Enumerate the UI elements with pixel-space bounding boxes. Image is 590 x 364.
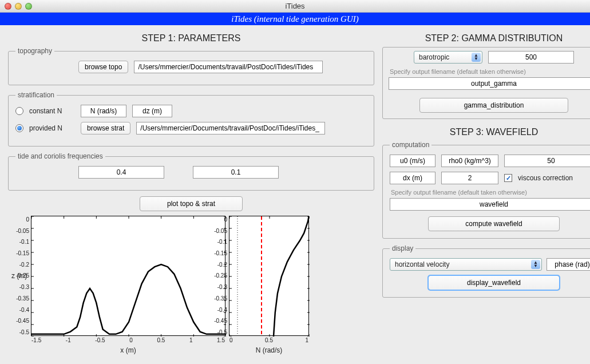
app-banner: iTides (internal tide generation GUI) (0, 13, 590, 25)
topography-group: topography browse topo (8, 47, 374, 85)
browse-strat-button[interactable]: browse strat (81, 122, 130, 134)
coriolis-freq-input[interactable] (193, 166, 279, 179)
dz-input[interactable] (132, 105, 172, 117)
provided-n-radio[interactable] (15, 124, 23, 132)
updown-icon: ▲▼ (472, 53, 481, 62)
freq-legend: tide and coriolis frequencies (15, 152, 105, 160)
gamma-value-input[interactable] (488, 51, 574, 64)
viscous-label: viscous correction (518, 174, 573, 182)
phase-input[interactable] (547, 258, 590, 271)
wavefield-outfile-input[interactable] (390, 198, 590, 211)
constant-n-label: constant N (29, 107, 75, 115)
topo-chart: 0-0.05-0.1-0.15-0.2-0.25-0.3-0.35-0.4-0.… (31, 216, 225, 336)
gamma-outfile-input[interactable] (389, 77, 590, 90)
display-legend: display (390, 244, 415, 252)
window-title: iTides (0, 2, 590, 10)
computation-group: computation ✓ viscous correction Specify… (382, 141, 590, 239)
topo-path-input[interactable] (134, 61, 323, 73)
gamma-hint: Specify output filename (default taken o… (390, 68, 590, 75)
plot-button[interactable]: plot topo & strat (140, 196, 243, 211)
step2-title: STEP 2: GAMMA DISTRIBUTION (382, 33, 590, 43)
gamma-mode-label: barotropic (419, 53, 449, 61)
quantity-label: horizontal velocity (395, 260, 449, 268)
n-input[interactable] (81, 105, 126, 117)
chart2-xticks: 00.51 (229, 337, 308, 343)
chart2-yticks: 0-0.05-0.1-0.15-0.2-0.25-0.3-0.35-0.4-0.… (210, 216, 227, 335)
chart1-xticks: -1.5-1-0.500.511.5 (31, 337, 225, 343)
chart1-yticks: 0-0.05-0.1-0.15-0.2-0.25-0.3-0.35-0.4-0.… (12, 216, 29, 335)
chart2-xlabel: N (rad/s) (229, 346, 309, 354)
topography-legend: topography (15, 47, 54, 55)
display-wavefield-button[interactable]: display_wavefield (428, 275, 560, 290)
tide-freq-input[interactable] (78, 166, 164, 179)
dx-value-input[interactable] (441, 172, 498, 184)
gamma-compute-button[interactable]: gamma_distribution (419, 98, 568, 113)
quantity-select[interactable]: horizontal velocity ▲▼ (390, 258, 542, 271)
titlebar: iTides (0, 0, 590, 13)
browse-topo-button[interactable]: browse topo (78, 61, 128, 73)
stratification-legend: stratification (15, 91, 57, 99)
computation-legend: computation (390, 141, 431, 149)
compute-wavefield-button[interactable]: compute wavefield (428, 216, 560, 231)
chart1-xlabel: x (m) (31, 346, 225, 354)
stratification-group: stratification constant N provided N bro… (8, 91, 374, 147)
provided-n-label: provided N (29, 124, 75, 132)
wavefield-hint: Specify output filename (default taken o… (391, 189, 590, 196)
u0-input[interactable] (390, 155, 435, 167)
gamma-mode-select[interactable]: barotropic ▲▼ (414, 51, 482, 64)
strat-chart: 0-0.05-0.1-0.15-0.2-0.25-0.3-0.35-0.4-0.… (229, 216, 309, 336)
viscous-checkbox[interactable]: ✓ (504, 174, 512, 182)
step1-title: STEP 1: PARAMETERS (8, 33, 374, 43)
rho0-value-input[interactable] (504, 155, 590, 167)
dx-label-input[interactable] (390, 172, 435, 184)
constant-n-radio[interactable] (15, 107, 23, 115)
freq-group: tide and coriolis frequencies (8, 152, 374, 191)
step2-panel: barotropic ▲▼ Specify output filename (d… (382, 47, 590, 119)
display-group: display horizontal velocity ▲▼ display_w… (382, 244, 590, 298)
step3-title: STEP 3: WAVEFIELD (382, 127, 590, 137)
rho0-label-input[interactable] (441, 155, 498, 167)
strat-path-input[interactable] (136, 122, 325, 134)
updown-icon: ▲▼ (531, 260, 540, 269)
